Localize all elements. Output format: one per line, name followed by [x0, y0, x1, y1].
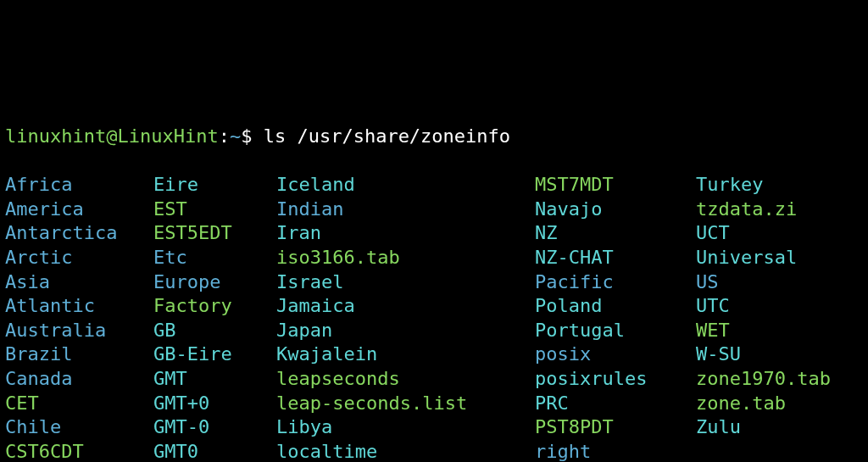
file-entry: Iran: [276, 221, 535, 246]
output-row: ChileGMT-0LibyaPST8PDTZulu: [5, 415, 863, 440]
file-entry: Atlantic: [5, 294, 153, 319]
prompt-at: @: [106, 125, 117, 147]
output-row: CETGMT+0leap-seconds.listPRCzone.tab: [5, 392, 863, 416]
file-entry: NZ-CHAT: [535, 246, 696, 270]
file-entry: Brazil: [5, 342, 153, 367]
file-entry: posixrules: [535, 367, 696, 392]
output-row: AmericaESTIndianNavajotzdata.zi: [5, 198, 863, 222]
prompt-colon: :: [219, 125, 230, 147]
file-entry: zone1970.tab: [696, 367, 831, 392]
output-row: CanadaGMTleapsecondsposixruleszone1970.t…: [5, 367, 863, 392]
file-entry: Chile: [5, 415, 153, 440]
output-row: AtlanticFactoryJamaicaPolandUTC: [5, 294, 863, 319]
file-entry: GMT+0: [153, 392, 276, 416]
prompt-host: LinuxHint: [117, 125, 218, 147]
file-entry: MST7MDT: [535, 173, 696, 198]
file-entry: Navajo: [535, 198, 696, 222]
file-entry: CST6CDT: [5, 440, 153, 462]
output-row: AfricaEireIcelandMST7MDTTurkey: [5, 173, 863, 198]
prompt-dollar: $: [241, 125, 264, 147]
file-entry: Antarctica: [5, 221, 153, 246]
file-entry: Kwajalein: [276, 342, 535, 367]
file-entry: Israel: [276, 270, 535, 295]
file-entry: GMT: [153, 367, 276, 392]
file-entry: Europe: [153, 270, 276, 295]
file-entry: Factory: [153, 294, 276, 319]
file-entry: US: [696, 270, 719, 295]
file-entry: Arctic: [5, 246, 153, 270]
file-entry: EST: [153, 198, 276, 222]
output-row: CST6CDTGMT0localtimeright: [5, 440, 863, 462]
ls-output: AfricaEireIcelandMST7MDTTurkeyAmericaEST…: [5, 173, 863, 462]
file-entry: localtime: [276, 440, 535, 462]
prompt-path: ~: [230, 125, 241, 147]
file-entry: Eire: [153, 173, 276, 198]
file-entry: Etc: [153, 246, 276, 270]
file-entry: posix: [535, 342, 696, 367]
file-entry: America: [5, 198, 153, 222]
file-entry: Asia: [5, 270, 153, 295]
file-entry: UTC: [696, 294, 730, 319]
output-row: BrazilGB-EireKwajaleinposixW-SU: [5, 342, 863, 367]
output-row: AustraliaGBJapanPortugalWET: [5, 319, 863, 343]
file-entry: Portugal: [535, 319, 696, 343]
file-entry: PRC: [535, 392, 696, 416]
terminal-output: linuxhint@LinuxHint:~$ ls /usr/share/zon…: [5, 100, 863, 462]
file-entry: iso3166.tab: [276, 246, 535, 270]
file-entry: Australia: [5, 319, 153, 343]
prompt-line[interactable]: linuxhint@LinuxHint:~$ ls /usr/share/zon…: [5, 125, 863, 149]
file-entry: W-SU: [696, 342, 741, 367]
file-entry: Zulu: [696, 415, 741, 440]
file-entry: UCT: [696, 221, 730, 246]
file-entry: PST8PDT: [535, 415, 696, 440]
file-entry: EST5EDT: [153, 221, 276, 246]
file-entry: leapseconds: [276, 367, 535, 392]
file-entry: right: [535, 440, 696, 462]
file-entry: Africa: [5, 173, 153, 198]
file-entry: Pacific: [535, 270, 696, 295]
file-entry: Poland: [535, 294, 696, 319]
file-entry: GB-Eire: [153, 342, 276, 367]
file-entry: leap-seconds.list: [276, 392, 535, 416]
file-entry: Canada: [5, 367, 153, 392]
output-row: AsiaEuropeIsraelPacificUS: [5, 270, 863, 295]
file-entry: zone.tab: [696, 392, 786, 416]
command-text: ls /usr/share/zoneinfo: [264, 125, 510, 147]
prompt-user: linuxhint: [5, 125, 106, 147]
file-entry: tzdata.zi: [696, 198, 797, 222]
file-entry: Universal: [696, 246, 797, 270]
output-row: AntarcticaEST5EDTIranNZUCT: [5, 221, 863, 246]
file-entry: WET: [696, 319, 730, 343]
file-entry: NZ: [535, 221, 696, 246]
file-entry: GB: [153, 319, 276, 343]
file-entry: Japan: [276, 319, 535, 343]
file-entry: GMT0: [153, 440, 276, 462]
file-entry: Libya: [276, 415, 535, 440]
file-entry: Jamaica: [276, 294, 535, 319]
file-entry: Iceland: [276, 173, 535, 198]
file-entry: GMT-0: [153, 415, 276, 440]
file-entry: Turkey: [696, 173, 763, 198]
file-entry: CET: [5, 392, 153, 416]
file-entry: Indian: [276, 198, 535, 222]
output-row: ArcticEtciso3166.tabNZ-CHATUniversal: [5, 246, 863, 270]
